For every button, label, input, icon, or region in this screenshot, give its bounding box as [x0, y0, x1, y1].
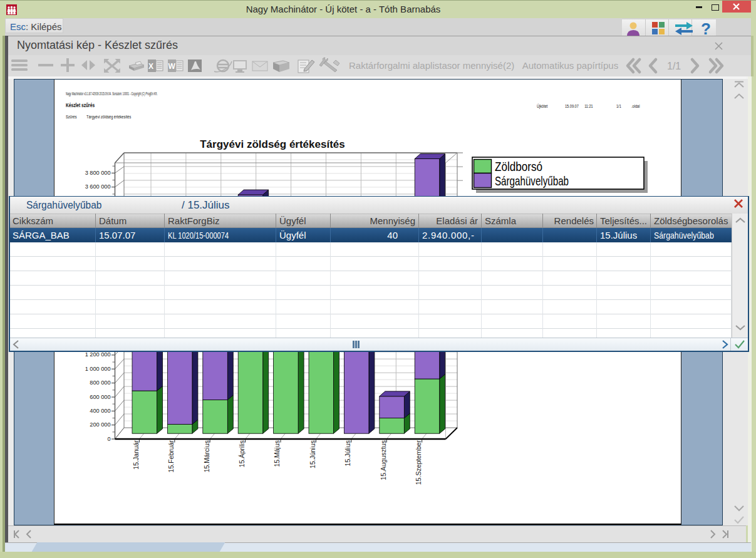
svg-text:15.Szeptember: 15.Szeptember	[415, 440, 422, 485]
svg-text:15.Március: 15.Március	[203, 440, 210, 472]
svg-text:15.Június: 15.Június	[309, 440, 316, 468]
svg-text:Sárgahüvelyűbab: Sárgahüvelyűbab	[495, 173, 569, 188]
svg-text:3 800 000: 3 800 000	[85, 170, 111, 176]
svg-text:15.Május: 15.Május	[273, 440, 281, 467]
svg-text:15.Április: 15.Április	[238, 440, 246, 467]
svg-text:400 000: 400 000	[90, 408, 110, 414]
svg-text:15.Február: 15.Február	[167, 440, 175, 473]
svg-text:Zöldborsó: Zöldborsó	[495, 159, 542, 173]
svg-text:15.Január: 15.Január	[132, 440, 140, 469]
svg-text:600 000: 600 000	[90, 394, 110, 400]
svg-text:200 000: 200 000	[90, 421, 110, 428]
svg-text:800 000: 800 000	[90, 380, 110, 386]
svg-text:3 600 000: 3 600 000	[85, 183, 111, 190]
svg-text:15.Augusztus: 15.Augusztus	[380, 440, 387, 480]
svg-text:15.Július: 15.Július	[344, 440, 351, 466]
svg-text:1 000 000: 1 000 000	[85, 366, 111, 372]
svg-text:1 200 000: 1 200 000	[85, 351, 111, 358]
svg-text:0: 0	[107, 436, 110, 442]
